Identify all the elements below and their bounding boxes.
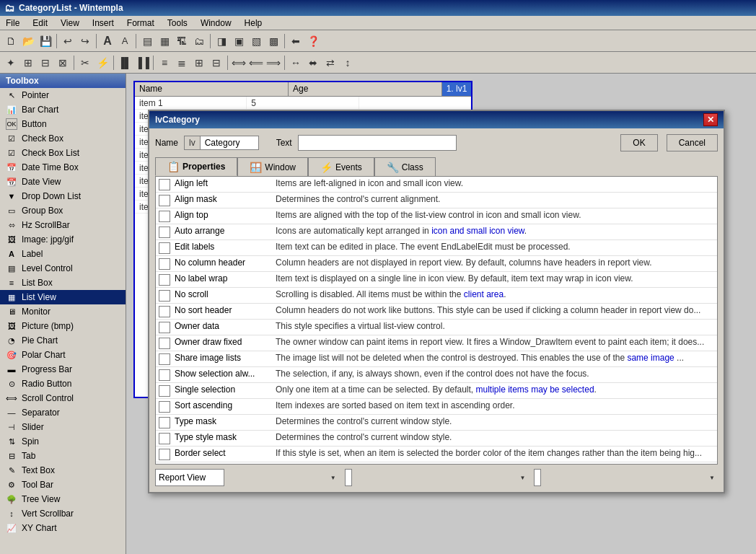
menu-view[interactable]: View (58, 17, 82, 30)
tb2-btn-4[interactable]: ⊠ (55, 55, 71, 71)
property-checkbox[interactable] (159, 401, 170, 413)
tb2-btn-12[interactable]: ⊟ (208, 55, 224, 71)
tb2-btn-2[interactable]: ⊞ (20, 55, 36, 71)
property-checkbox[interactable] (159, 449, 170, 460)
align-center-button[interactable]: ▦ (157, 33, 172, 49)
toolbar-btn-9[interactable]: ▧ (248, 33, 264, 49)
toolbox-item-hzscrollbar[interactable]: ⬄ Hz ScrollBar (0, 218, 126, 232)
text-input[interactable] (298, 135, 457, 151)
toolbar-btn-5[interactable]: 🏗 (174, 33, 190, 49)
property-checkbox[interactable] (159, 433, 170, 444)
toolbox-item-slider[interactable]: ⊣ Slider (0, 420, 126, 434)
toolbox-item-treeview[interactable]: 🌳 Tree View (0, 492, 126, 506)
toolbox-item-levelcontrol[interactable]: ▤ Level Control (0, 261, 126, 276)
tb2-btn-17[interactable]: ⬌ (305, 55, 321, 71)
open-button[interactable]: 📂 (20, 33, 36, 49)
cancel-button[interactable]: Cancel (667, 134, 718, 151)
tb2-btn-19[interactable]: ↕ (340, 55, 356, 71)
toolbox-item-toolbar[interactable]: ⚙ Tool Bar (0, 478, 126, 492)
toolbar-btn-8[interactable]: ▣ (231, 33, 247, 49)
menu-window[interactable]: Window (198, 17, 234, 30)
tb2-btn-16[interactable]: ↔ (288, 55, 304, 71)
toolbox-item-picture[interactable]: 🖼 Picture (bmp) (0, 319, 126, 333)
property-checkbox[interactable] (159, 417, 170, 428)
tb2-btn-6[interactable]: ⚡ (94, 55, 110, 71)
toolbox-item-textbox[interactable]: ✎ Text Box (0, 463, 126, 478)
toolbox-item-xychart[interactable]: 📈 XY Chart (0, 521, 126, 535)
toolbox-item-checkbox[interactable]: ☑ Check Box (0, 131, 126, 146)
tb2-btn-1[interactable]: ✦ (3, 55, 19, 71)
select-3[interactable] (534, 469, 541, 486)
toolbar-btn-6[interactable]: 🗂 (191, 33, 207, 49)
menu-tools[interactable]: Tools (164, 17, 190, 30)
toolbox-item-radiobutton[interactable]: ⊙ Radio Button (0, 377, 126, 391)
menu-insert[interactable]: Insert (89, 17, 117, 30)
tb2-btn-18[interactable]: ⇄ (322, 55, 338, 71)
toolbox-item-spin[interactable]: ⇅ Spin (0, 434, 126, 449)
property-checkbox[interactable] (159, 385, 170, 397)
toolbox-item-dateview[interactable]: 📆 Date View (0, 175, 126, 189)
redo-button[interactable]: ↪ (77, 33, 93, 49)
toolbox-item-scrollcontrol[interactable]: ⟺ Scroll Control (0, 391, 126, 405)
tb2-btn-3[interactable]: ⊟ (38, 55, 53, 71)
tb2-btn-15[interactable]: ⟹ (265, 55, 281, 71)
menu-format[interactable]: Format (124, 17, 157, 30)
toolbox-item-image[interactable]: 🖼 Image: jpg/gif (0, 232, 126, 247)
tb2-btn-7[interactable]: ▐▌ (117, 55, 133, 71)
font-a-button[interactable]: A (100, 33, 115, 49)
property-checkbox[interactable] (159, 195, 170, 206)
tab-events[interactable]: ⚡ Events (308, 157, 374, 176)
help-button[interactable]: ❓ (305, 33, 321, 49)
tb2-btn-5[interactable]: ✂ (77, 55, 93, 71)
menu-edit[interactable]: Edit (30, 17, 50, 30)
tb2-btn-14[interactable]: ⟸ (248, 55, 264, 71)
toolbox-item-listbox[interactable]: ≡ List Box (0, 276, 126, 290)
toolbox-item-checkboxlist[interactable]: ☑ Check Box List (0, 146, 126, 160)
tab-class[interactable]: 🔧 Class (374, 157, 436, 176)
back-button[interactable]: ⬅ (288, 33, 304, 49)
toolbox-item-tab[interactable]: ⊟ Tab (0, 449, 126, 463)
property-checkbox[interactable] (159, 227, 170, 238)
align-left-button[interactable]: ▤ (139, 33, 155, 49)
select-2[interactable] (345, 469, 352, 486)
toolbar-btn-7[interactable]: ◨ (214, 33, 229, 49)
menu-help[interactable]: Help (242, 17, 265, 30)
toolbox-item-polarchart[interactable]: 🎯 Polar Chart (0, 348, 126, 362)
new-button[interactable]: 🗋 (3, 33, 19, 49)
toolbox-item-dropdown[interactable]: ▼ Drop Down List (0, 189, 126, 203)
toolbox-item-label[interactable]: A Label (0, 247, 126, 261)
property-checkbox[interactable] (159, 353, 170, 365)
toolbox-item-barchart[interactable]: 📊 Bar Chart (0, 102, 126, 117)
tb2-btn-10[interactable]: ≣ (174, 55, 190, 71)
ok-button[interactable]: OK (620, 134, 657, 151)
tab-properties[interactable]: 📋 Properties (155, 157, 237, 176)
toolbox-item-listview[interactable]: ▦ List View (0, 290, 126, 304)
property-checkbox[interactable] (159, 211, 170, 222)
property-checkbox[interactable] (159, 258, 170, 270)
toolbox-item-progressbar[interactable]: ▬ Progress Bar (0, 362, 126, 377)
property-checkbox[interactable] (159, 290, 170, 302)
dialog-close-button[interactable]: ✕ (703, 113, 718, 126)
undo-button[interactable]: ↩ (60, 33, 76, 49)
toolbox-item-piechart[interactable]: ◔ Pie Chart (0, 333, 126, 348)
property-checkbox[interactable] (159, 338, 170, 349)
tb2-btn-8[interactable]: ▐▐ (134, 55, 150, 71)
property-checkbox[interactable] (159, 242, 170, 254)
tb2-btn-9[interactable]: ≡ (157, 55, 172, 71)
property-checkbox[interactable] (159, 322, 170, 333)
toolbox-item-separator[interactable]: — Separator (0, 405, 126, 420)
toolbox-item-vertscrollbar[interactable]: ↕ Vert Scrollbar (0, 506, 126, 521)
property-checkbox[interactable] (159, 369, 170, 381)
menu-file[interactable]: File (3, 17, 22, 30)
font-a2-button[interactable]: A (117, 33, 133, 49)
tb2-btn-13[interactable]: ⟺ (231, 55, 247, 71)
toolbox-item-groupbox[interactable]: ▭ Group Box (0, 203, 126, 218)
toolbox-item-datetimebox[interactable]: 📅 Date Time Box (0, 160, 126, 175)
property-checkbox[interactable] (159, 274, 170, 286)
toolbar-btn-10[interactable]: ▩ (265, 33, 281, 49)
property-checkbox[interactable] (159, 306, 170, 317)
toolbox-item-monitor[interactable]: 🖥 Monitor (0, 304, 126, 319)
toolbox-item-pointer[interactable]: ↖ Pointer (0, 88, 126, 102)
tab-window[interactable]: 🪟 Window (237, 157, 308, 176)
property-checkbox[interactable] (159, 179, 170, 190)
